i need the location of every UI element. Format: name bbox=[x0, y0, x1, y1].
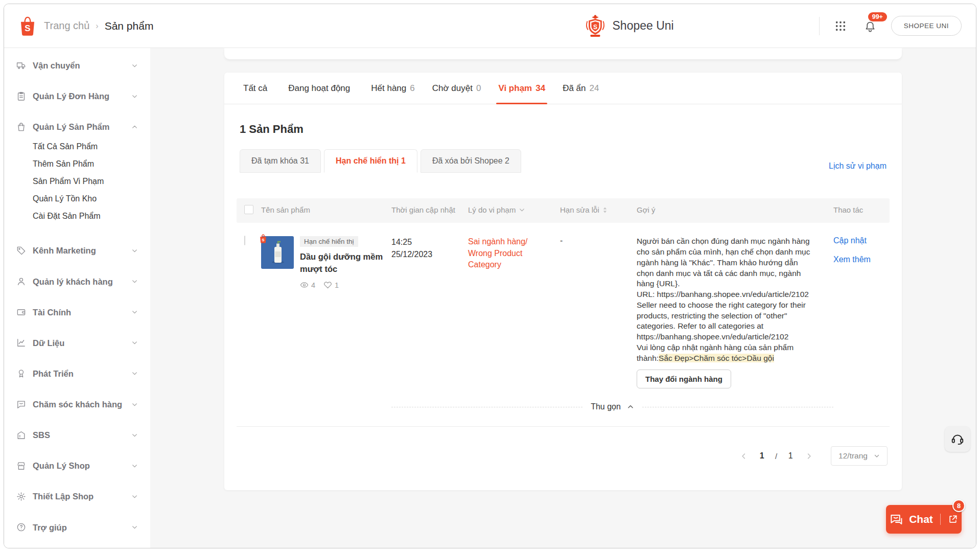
col-header-reason[interactable]: Lý do vi phạm bbox=[468, 205, 560, 215]
sidebar-item-phat-trien[interactable]: Phát Triển bbox=[4, 358, 150, 389]
shopee-logo-icon[interactable]: S bbox=[18, 16, 37, 36]
next-page-icon[interactable] bbox=[801, 448, 816, 464]
sidebar-item-thiet-lap-shop[interactable]: Thiết Lập Shop bbox=[4, 481, 150, 512]
chevron-down-icon bbox=[131, 309, 138, 315]
violation-table: Tên sản phẩm Thời gian cập nhật Lý do vi… bbox=[237, 198, 890, 466]
chevron-down-icon bbox=[131, 93, 138, 100]
sidebar-item-kenh-marketing[interactable]: Kênh Marketing bbox=[4, 235, 150, 266]
row-separator bbox=[237, 426, 890, 427]
shopee-uni-brand: S Shopee Uni bbox=[584, 14, 674, 38]
product-stats: 4 1 bbox=[300, 281, 386, 289]
support-headset-button[interactable] bbox=[945, 426, 970, 452]
chart-icon bbox=[16, 338, 26, 348]
table-header: Tên sản phẩm Thời gian cập nhật Lý do vi… bbox=[237, 198, 890, 223]
current-page: 1 bbox=[754, 451, 769, 461]
gear-icon bbox=[16, 492, 26, 501]
update-link[interactable]: Cập nhật bbox=[833, 236, 890, 245]
change-category-button[interactable]: Thay đổi ngành hàng bbox=[637, 370, 731, 388]
clipboard-icon bbox=[16, 91, 26, 101]
chevron-down-icon bbox=[874, 453, 880, 459]
tab-da-an[interactable]: Đã ẩn24 bbox=[554, 73, 608, 104]
prev-page-icon[interactable] bbox=[736, 448, 751, 464]
tab-cho-duyet[interactable]: Chờ duyệt0 bbox=[424, 73, 490, 104]
see-more-link[interactable]: Xem thêm bbox=[833, 255, 890, 264]
apps-grid-icon[interactable] bbox=[832, 17, 849, 35]
sidebar-subitem-quan-ly-ton-kho[interactable]: Quản Lý Tồn Kho bbox=[33, 190, 150, 208]
chat-button[interactable]: Chat 8 bbox=[886, 505, 962, 534]
suggestion-text: Người bán cần chọn đúng danh mục ngành h… bbox=[637, 237, 810, 362]
actions-cell: Cập nhật Xem thêm bbox=[833, 236, 890, 388]
chat-unread-badge: 8 bbox=[952, 499, 965, 512]
eye-icon bbox=[300, 281, 309, 289]
subtab-da-tam-khoa[interactable]: Đã tạm khóa 31 bbox=[240, 149, 321, 173]
fix-deadline-cell: - bbox=[560, 236, 637, 388]
page-size-select[interactable]: 12/trang bbox=[831, 446, 888, 466]
violation-history-link[interactable]: Lịch sử vi phạm bbox=[829, 162, 886, 171]
breadcrumb: S Trang chủ › Sản phẩm bbox=[18, 16, 153, 36]
notifications-bell-icon[interactable]: 99+ bbox=[861, 17, 879, 35]
product-image[interactable]: S bbox=[261, 236, 294, 269]
tab-vi-pham[interactable]: Vi phạm34 bbox=[489, 73, 554, 104]
chevron-down-icon bbox=[131, 493, 138, 500]
svg-text:S: S bbox=[593, 24, 597, 31]
row-checkbox[interactable] bbox=[244, 236, 245, 245]
sidebar-item-quan-ly-san-pham[interactable]: Quản Lý Sản Phẩm bbox=[4, 111, 150, 142]
total-pages: 1 bbox=[783, 451, 798, 461]
sidebar-subitem-cai-dat-san-pham[interactable]: Cài Đặt Sản Phẩm bbox=[33, 208, 150, 225]
sidebar-item-quan-ly-khach-hang[interactable]: Quản lý khách hàng bbox=[4, 266, 150, 297]
sort-icon bbox=[602, 206, 608, 214]
popout-icon bbox=[948, 514, 958, 524]
like-count: 1 bbox=[335, 281, 339, 289]
wallet-icon bbox=[16, 307, 26, 317]
tab-tat-ca[interactable]: Tất cả bbox=[235, 73, 279, 104]
subtab-han-che-hien-thi[interactable]: Hạn chế hiển thị 1 bbox=[324, 149, 417, 173]
suggestion-cell: Người bán cần chọn đúng danh mục ngành h… bbox=[637, 236, 833, 388]
col-header-actions: Thao tác bbox=[833, 205, 890, 215]
sidebar-products-submenu: Tất Cả Sản Phẩm Thêm Sản Phẩm Sản Phẩm V… bbox=[4, 138, 150, 225]
violation-reason-cell: Sai ngành hàng/ Wrong Product Category bbox=[468, 236, 560, 388]
app-window: S Trang chủ › Sản phẩm S bbox=[4, 4, 976, 548]
collapse-toggle[interactable]: Thu gọn bbox=[591, 402, 634, 411]
sidebar-subitem-san-pham-vi-pham[interactable]: Sản Phẩm Vi Phạm bbox=[33, 173, 150, 190]
col-header-deadline[interactable]: Hạn sửa lỗi bbox=[560, 205, 637, 215]
chat-icon bbox=[890, 513, 903, 526]
sidebar-subitem-tat-ca-san-pham[interactable]: Tất Cả Sản Phẩm bbox=[33, 138, 150, 155]
sidebar-item-sbs[interactable]: SBS bbox=[4, 420, 150, 450]
heart-icon bbox=[323, 281, 332, 289]
sidebar-item-van-chuyen[interactable]: Vận chuyển bbox=[4, 50, 150, 81]
products-card: Tất cả Đang hoạt động Hết hàng6 Chờ duyệ… bbox=[224, 73, 902, 490]
tab-het-hang[interactable]: Hết hàng6 bbox=[362, 73, 423, 104]
previous-card-edge bbox=[224, 48, 902, 59]
select-all-checkbox[interactable] bbox=[244, 205, 253, 214]
product-name[interactable]: Dầu gội dưỡng mềm mượt tóc bbox=[300, 251, 386, 275]
col-header-suggestion: Gợi ý bbox=[637, 205, 833, 215]
subtab-da-xoa-boi-shopee[interactable]: Đã xóa bởi Shopee 2 bbox=[421, 149, 521, 173]
breadcrumb-separator-icon: › bbox=[96, 21, 98, 31]
collapse-row: Thu gọn bbox=[237, 396, 890, 418]
sidebar-item-cham-soc-khach-hang[interactable]: Chăm sóc khách hàng bbox=[4, 389, 150, 420]
help-icon bbox=[16, 522, 26, 532]
sidebar-item-quan-ly-shop[interactable]: Quản Lý Shop bbox=[4, 450, 150, 481]
breadcrumb-home[interactable]: Trang chủ bbox=[44, 20, 89, 32]
chevron-down-icon bbox=[131, 524, 138, 531]
svg-text:S: S bbox=[262, 238, 265, 242]
view-count: 4 bbox=[311, 281, 315, 289]
account-button[interactable]: SHOPEE UNI bbox=[891, 16, 962, 36]
sidebar-item-quan-ly-don-hang[interactable]: Quản Lý Đơn Hàng bbox=[4, 81, 150, 111]
sidebar-item-tai-chinh[interactable]: Tài Chính bbox=[4, 297, 150, 328]
product-cell: S Hạn chế hiển thị Dầu gội dưỡng mềm mượ… bbox=[261, 236, 391, 388]
tab-dang-hoat-dong[interactable]: Đang hoạt động bbox=[279, 73, 362, 104]
chat-divider bbox=[940, 514, 941, 525]
chat-bubble-icon bbox=[16, 400, 26, 409]
col-header-time: Thời gian cập nhật bbox=[391, 205, 468, 215]
person-icon bbox=[16, 277, 26, 286]
sidebar-item-tro-giup[interactable]: Trợ giúp bbox=[4, 512, 150, 543]
svg-text:S: S bbox=[25, 24, 30, 33]
shopee-uni-logo-icon: S bbox=[584, 14, 606, 38]
chevron-down-icon bbox=[131, 62, 138, 69]
sidebar-item-du-lieu[interactable]: Dữ Liệu bbox=[4, 328, 150, 358]
shopee-watermark-icon: S bbox=[259, 234, 267, 243]
page-separator: / bbox=[773, 452, 780, 461]
suggested-category: Sắc Đẹp>Chăm sóc tóc>Dầu gội bbox=[659, 354, 774, 362]
sidebar-subitem-them-san-pham[interactable]: Thêm Sản Phẩm bbox=[33, 155, 150, 173]
